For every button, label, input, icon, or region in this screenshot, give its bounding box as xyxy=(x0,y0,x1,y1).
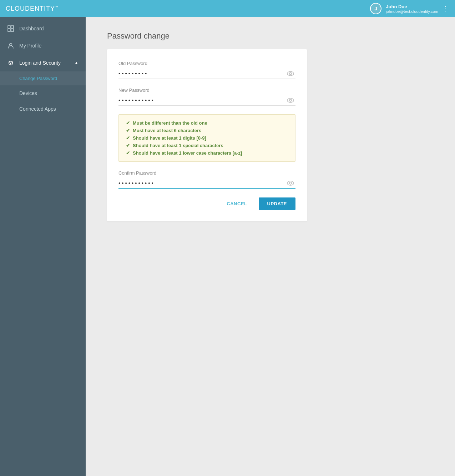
chevron-up-icon: ▲ xyxy=(74,60,79,65)
req-item-4: ✔ Should have at least 1 lower case char… xyxy=(126,150,288,156)
req-item-3: ✔ Should have at least 1 special charact… xyxy=(126,143,288,148)
svg-rect-1 xyxy=(11,26,14,28)
svg-point-8 xyxy=(287,71,294,76)
svg-point-6 xyxy=(10,63,11,64)
req-item-1: ✔ Must have at least 6 characters xyxy=(126,128,288,133)
card-actions: CANCEL UPDATE xyxy=(118,197,295,210)
confirm-password-input[interactable] xyxy=(118,178,285,188)
svg-rect-0 xyxy=(8,26,10,28)
req-text-3: Should have at least 1 special character… xyxy=(133,143,223,148)
sidebar-item-devices[interactable]: Devices xyxy=(0,85,86,101)
svg-rect-3 xyxy=(11,29,14,31)
svg-point-12 xyxy=(287,181,294,185)
sidebar-item-login-security-label: Login and Security xyxy=(19,60,61,66)
req-check-3: ✔ xyxy=(126,143,130,148)
sidebar-item-connected-apps-label: Connected Apps xyxy=(19,106,56,112)
user-info: John Doe johndoe@test.cloudentity.com xyxy=(386,4,438,14)
logo-trademark: ™ xyxy=(55,5,59,9)
req-text-0: Must be different than the old one xyxy=(133,120,207,126)
sidebar-sub-item-change-password-label: Change Password xyxy=(19,76,57,81)
req-text-1: Must have at least 6 characters xyxy=(133,128,201,133)
req-check-0: ✔ xyxy=(126,120,130,126)
confirm-password-toggle-icon[interactable] xyxy=(285,179,295,187)
old-password-label: Old Password xyxy=(118,61,295,66)
confirm-password-label: Confirm Password xyxy=(118,170,295,176)
dashboard-icon xyxy=(7,25,14,32)
logo-light: ENTITY xyxy=(30,5,55,12)
page-title: Password change xyxy=(107,31,434,41)
new-password-toggle-icon[interactable] xyxy=(285,96,295,104)
main-content: Password change Old Password New P xyxy=(86,17,455,476)
old-password-input[interactable] xyxy=(118,68,285,79)
req-check-2: ✔ xyxy=(126,135,130,141)
main-layout: Dashboard My Profile Login xyxy=(0,17,455,476)
more-menu-button[interactable]: ⋮ xyxy=(443,5,449,12)
req-item-0: ✔ Must be different than the old one xyxy=(126,120,288,126)
security-icon xyxy=(7,59,14,66)
cancel-button[interactable]: CANCEL xyxy=(221,197,253,210)
sidebar-item-my-profile-label: My Profile xyxy=(19,43,41,49)
old-password-toggle-icon[interactable] xyxy=(285,70,295,77)
sidebar-item-devices-label: Devices xyxy=(19,90,37,96)
sidebar-sub-item-change-password[interactable]: Change Password xyxy=(0,71,86,85)
svg-point-5 xyxy=(9,61,12,63)
new-password-input[interactable] xyxy=(118,95,285,105)
new-password-input-wrap xyxy=(118,95,295,106)
old-password-input-wrap xyxy=(118,68,295,79)
sidebar-item-connected-apps[interactable]: Connected Apps xyxy=(0,101,86,117)
req-text-2: Should have at least 1 digits [0-9] xyxy=(133,135,206,141)
confirm-password-input-wrap xyxy=(118,178,295,189)
app-header: CLOUDENTITY™ J John Doe johndoe@test.clo… xyxy=(0,0,455,17)
logo-bold: CLOUD xyxy=(6,5,30,12)
req-item-2: ✔ Should have at least 1 digits [0-9] xyxy=(126,135,288,141)
user-name: John Doe xyxy=(386,4,438,9)
svg-point-9 xyxy=(289,72,292,75)
sidebar-item-my-profile[interactable]: My Profile xyxy=(0,37,86,54)
password-change-card: Old Password New Password xyxy=(107,49,307,221)
sidebar-item-dashboard-label: Dashboard xyxy=(19,26,44,31)
old-password-group: Old Password xyxy=(118,61,295,79)
user-email: johndoe@test.cloudentity.com xyxy=(386,9,438,14)
new-password-label: New Password xyxy=(118,87,295,93)
svg-point-11 xyxy=(289,99,292,101)
sidebar-item-login-security[interactable]: Login and Security ▲ xyxy=(0,54,86,71)
sidebar: Dashboard My Profile Login xyxy=(0,17,86,476)
sidebar-item-dashboard[interactable]: Dashboard xyxy=(0,20,86,37)
password-requirements-box: ✔ Must be different than the old one ✔ M… xyxy=(118,114,295,162)
confirm-password-group: Confirm Password xyxy=(118,170,295,189)
svg-point-13 xyxy=(289,182,292,184)
req-text-4: Should have at least 1 lower case charac… xyxy=(133,150,242,156)
profile-icon xyxy=(7,42,14,49)
header-user-section: J John Doe johndoe@test.cloudentity.com … xyxy=(370,3,449,14)
svg-point-10 xyxy=(287,98,294,102)
update-button[interactable]: UPDATE xyxy=(259,197,295,210)
avatar: J xyxy=(370,3,381,14)
req-check-4: ✔ xyxy=(126,150,130,156)
req-check-1: ✔ xyxy=(126,128,130,133)
svg-rect-2 xyxy=(8,29,10,31)
app-logo: CLOUDENTITY™ xyxy=(6,5,59,12)
new-password-group: New Password xyxy=(118,87,295,106)
